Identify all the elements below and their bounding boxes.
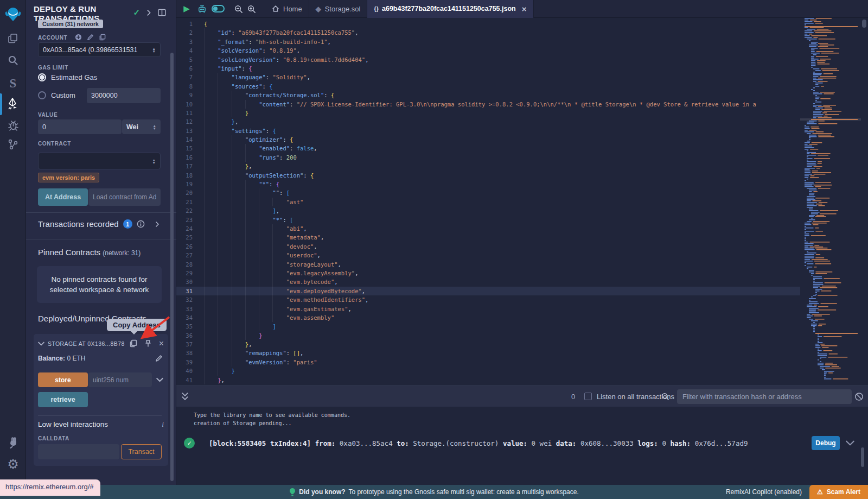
edit-balance-icon[interactable] — [155, 355, 163, 362]
code-line[interactable]: 28"storageLayout", — [176, 260, 800, 269]
code-line[interactable]: 2"id": "a69b43f277ba20fcac141151250ca755… — [176, 28, 800, 37]
code-line[interactable]: 9"contracts/Storage.sol": { — [176, 91, 800, 99]
code-line[interactable]: 4"solcVersion": "0.8.19", — [176, 46, 800, 55]
at-address-button[interactable]: At Address — [38, 188, 88, 206]
debugger-icon[interactable] — [0, 117, 26, 132]
code-line[interactable]: 39"evmVersion": "paris" — [176, 358, 800, 367]
git-branch-icon[interactable] — [0, 137, 26, 152]
code-line[interactable]: 5"solcLongVersion": "0.8.19+commit.7dd6d… — [176, 55, 800, 64]
code-lines[interactable]: 1{2"id": "a69b43f277ba20fcac141151250ca7… — [176, 20, 800, 384]
search-transactions-icon[interactable] — [661, 392, 669, 401]
load-contract-input[interactable]: Load contract from Addr — [88, 188, 161, 206]
custom-gas-option[interactable]: Custom — [38, 91, 75, 99]
contract-select[interactable]: ▲▼ — [38, 153, 161, 169]
code-line[interactable]: 21"ast" — [176, 198, 800, 206]
panel-scrollbar[interactable] — [170, 53, 174, 481]
copy-account-icon[interactable] — [99, 34, 106, 41]
code-line[interactable]: 1{ — [176, 20, 800, 28]
code-line[interactable]: 27"userdoc", — [176, 251, 800, 260]
expand-args-chevron-icon[interactable] — [156, 376, 163, 383]
debug-button[interactable]: Debug — [812, 436, 840, 450]
code-line[interactable]: 41}, — [176, 376, 800, 384]
code-line[interactable]: 6"input": { — [176, 64, 800, 73]
clear-console-icon[interactable] — [854, 392, 864, 401]
code-line[interactable]: 14"optimizer": { — [176, 135, 800, 144]
tab-storage-sol[interactable]: ◆ Storage.sol — [309, 0, 368, 18]
transactions-recorded-row[interactable]: Transactions recorded 1 — [38, 219, 168, 229]
transact-button[interactable]: Transact — [121, 444, 162, 459]
filter-transactions-input[interactable]: Filter with transaction hash or address — [677, 389, 852, 404]
minimap[interactable] — [800, 18, 861, 386]
code-line[interactable]: 22], — [176, 206, 800, 215]
code-line[interactable]: 8"sources": { — [176, 82, 800, 91]
code-line[interactable]: 24"abi", — [176, 224, 800, 233]
code-line[interactable]: 29"evm.legacyAssembly", — [176, 269, 800, 277]
code-line[interactable]: 12}, — [176, 117, 800, 126]
code-line[interactable]: 17}, — [176, 162, 800, 170]
terminal-scrollbar[interactable] — [861, 447, 864, 467]
listen-all-checkbox[interactable] — [584, 393, 592, 400]
info-icon[interactable]: i — [162, 420, 164, 429]
code-line[interactable]: 37}, — [176, 340, 800, 349]
code-line[interactable]: 32"evm.methodIdentifiers", — [176, 295, 800, 304]
store-button[interactable]: store — [38, 372, 88, 387]
code-line[interactable]: 36} — [176, 331, 800, 340]
code-editor[interactable]: 1{2"id": "a69b43f277ba20fcac141151250ca7… — [176, 18, 868, 386]
code-line[interactable]: 40} — [176, 367, 800, 375]
file-explorer-icon[interactable] — [0, 31, 26, 46]
split-view-icon[interactable] — [158, 9, 166, 16]
tab-home[interactable]: Home — [265, 0, 309, 18]
plugin-manager-icon[interactable] — [0, 434, 26, 451]
copilot-status[interactable]: RemixAI Copilot (enabled) — [726, 488, 802, 496]
estimated-gas-option[interactable]: Estimated Gas — [38, 73, 97, 81]
remove-instance-icon[interactable]: × — [159, 340, 164, 348]
code-line[interactable]: 38"remappings": [], — [176, 349, 800, 357]
code-line[interactable]: 25"metadata", — [176, 233, 800, 242]
code-line[interactable]: 19"*": { — [176, 180, 800, 188]
code-line[interactable]: 18"outputSelection": { — [176, 171, 800, 180]
value-unit-select[interactable]: Wei ▲▼ — [122, 119, 161, 134]
zoom-in-icon[interactable] — [245, 4, 258, 14]
close-tab-icon[interactable]: × — [522, 4, 527, 14]
code-line[interactable]: 3"_format": "hh-sol-build-info-1", — [176, 37, 800, 46]
estimated-gas-radio[interactable] — [38, 73, 46, 81]
store-arg-input[interactable]: uint256 num — [88, 372, 152, 387]
expand-tx-chevron-icon[interactable] — [846, 440, 854, 446]
search-icon[interactable] — [0, 53, 26, 67]
transaction-result-row[interactable]: ✓ [block:5583405 txIndex:4] from: 0xa03.… — [184, 438, 863, 449]
zoom-out-icon[interactable] — [232, 4, 245, 14]
copilot-toggle[interactable] — [209, 5, 227, 12]
account-stepper[interactable]: ▲▼ — [152, 47, 156, 53]
pin-icon[interactable] — [144, 339, 152, 348]
custom-gas-radio[interactable] — [38, 91, 46, 99]
custom-gas-input[interactable]: 3000000 — [87, 88, 161, 103]
deploy-run-icon[interactable] — [0, 96, 26, 112]
solidity-compiler-icon[interactable]: S — [0, 76, 26, 91]
code-line[interactable]: 15"enabled": false, — [176, 144, 800, 153]
ai-copilot-robot-icon[interactable] — [195, 4, 209, 14]
code-line[interactable]: 11} — [176, 109, 800, 117]
code-line[interactable]: 30"evm.bytecode", — [176, 277, 800, 286]
editor-scrollbar[interactable] — [862, 20, 866, 28]
tab-build-info-json[interactable]: { } a69b43f277ba20fcac141151250ca755.jso… — [367, 0, 533, 18]
code-line[interactable]: 33"evm.gasEstimates", — [176, 305, 800, 313]
info-icon[interactable] — [137, 220, 145, 228]
value-input[interactable]: 0 — [38, 119, 122, 134]
code-line[interactable]: 13"settings": { — [176, 127, 800, 135]
scam-alert-button[interactable]: ⚠ Scam Alert — [809, 485, 868, 499]
settings-gear-icon[interactable]: ⚙ — [0, 456, 26, 472]
code-line[interactable]: 10"content": "// SPDX-License-Identifier… — [176, 100, 800, 109]
add-account-icon[interactable] — [75, 34, 82, 41]
code-line[interactable]: 7"language": "Solidity", — [176, 73, 800, 81]
edit-account-icon[interactable] — [87, 34, 94, 41]
remix-logo[interactable] — [0, 4, 26, 24]
account-select[interactable]: 0xA03...85ac4 (0.39866531531 ▲▼ — [38, 42, 161, 57]
code-line[interactable]: 23"*": [ — [176, 216, 800, 224]
chevron-right-icon[interactable] — [146, 10, 152, 16]
code-line[interactable]: 20"": [ — [176, 188, 800, 197]
collapse-chevron-icon[interactable] — [38, 340, 44, 347]
copy-address-icon[interactable] — [129, 339, 137, 348]
code-line[interactable]: 35] — [176, 322, 800, 331]
retrieve-button[interactable]: retrieve — [38, 392, 88, 407]
code-line[interactable]: 34"evm.assembly" — [176, 313, 800, 322]
